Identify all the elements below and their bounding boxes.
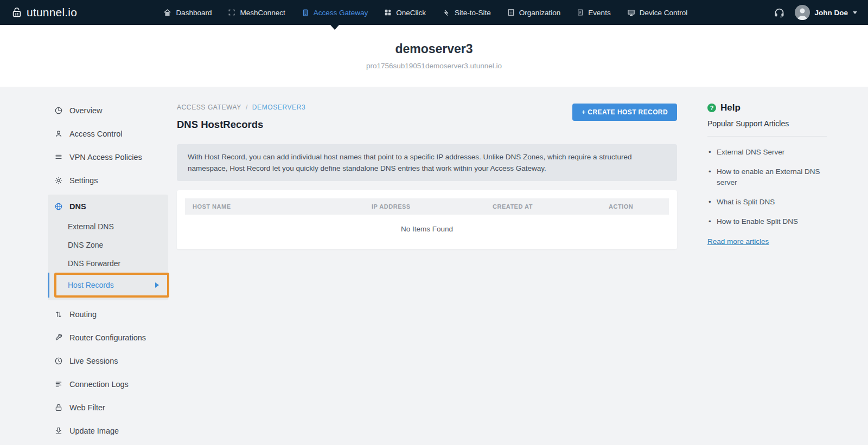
nav-item-organization[interactable]: Organization xyxy=(499,0,569,25)
site-to-site-arrows-icon xyxy=(442,9,450,17)
sidebar-item-label: Web Filter xyxy=(69,403,105,412)
main-content: ACCESS GATEWAY / DEMOSERVER3 DNS HostRec… xyxy=(177,87,677,249)
sidebar-item-label: Connection Logs xyxy=(69,380,129,389)
read-more-articles-link[interactable]: Read more articles xyxy=(707,237,769,246)
download-icon xyxy=(54,427,63,435)
brand-logo[interactable]: utunnel.io xyxy=(11,6,77,19)
help-panel: ? Help Popular Support Articles External… xyxy=(707,87,827,246)
sidebar-dns-group: DNS External DNS DNS Zone DNS Forwarder … xyxy=(48,195,168,300)
events-list-icon xyxy=(577,9,584,16)
sidebar-item-label: Routing xyxy=(69,310,97,319)
nav-item-label: MeshConnect xyxy=(240,9,285,17)
chevron-down-icon xyxy=(853,11,857,14)
sidebar-item-label: Overview xyxy=(69,106,102,115)
sidebar-item-dns-forwarder[interactable]: DNS Forwarder xyxy=(48,254,168,273)
breadcrumb-access-gateway[interactable]: ACCESS GATEWAY xyxy=(177,104,241,111)
nav-item-label: OneClick xyxy=(396,9,426,17)
user-menu[interactable]: John Doe xyxy=(795,5,857,20)
breadcrumb-demoserver3[interactable]: DEMOSERVER3 xyxy=(252,104,305,111)
mesh-icon xyxy=(228,9,235,16)
help-subtitle: Popular Support Articles xyxy=(707,119,827,128)
sidebar-item-dns[interactable]: DNS xyxy=(48,196,168,217)
create-host-record-button[interactable]: + CREATE HOST RECORD xyxy=(572,104,677,121)
page-body: Overview Access Control VPN Access Polic… xyxy=(0,87,868,442)
lock-logo-icon xyxy=(11,7,23,18)
sidebar-item-external-dns[interactable]: External DNS xyxy=(48,217,168,236)
column-header-created-at: CREATED AT xyxy=(485,198,601,215)
sidebar-item-router-configurations[interactable]: Router Configurations xyxy=(48,326,168,349)
nav-item-access-gateway[interactable]: Access Gateway xyxy=(293,0,376,25)
sidebar-item-label: DNS xyxy=(69,202,86,211)
help-divider xyxy=(707,136,827,137)
host-records-table: HOST NAME IP ADDRESS CREATED AT ACTION N… xyxy=(185,198,669,249)
headset-icon[interactable] xyxy=(774,7,785,18)
sidebar-item-label: Router Configurations xyxy=(69,333,146,342)
list-bars-icon xyxy=(54,153,63,162)
wrench-icon xyxy=(54,333,63,342)
server-title: demoserver3 xyxy=(395,42,473,56)
main-header-left: ACCESS GATEWAY / DEMOSERVER3 DNS HostRec… xyxy=(177,104,305,131)
nav-item-events[interactable]: Events xyxy=(569,0,618,25)
top-navbar: utunnel.io Dashboard MeshConnect Access … xyxy=(0,0,868,25)
breadcrumb: ACCESS GATEWAY / DEMOSERVER3 xyxy=(177,104,305,111)
sidebar-item-label: DNS Forwarder xyxy=(68,259,120,268)
user-name: John Doe xyxy=(814,9,848,17)
nav-item-label: Organization xyxy=(519,9,561,17)
help-title-row: ? Help xyxy=(707,102,827,113)
help-title: Help xyxy=(720,102,741,113)
empty-state-text: No Items Found xyxy=(185,215,669,249)
gateway-icon xyxy=(302,9,309,17)
oneclick-grid-icon xyxy=(384,9,392,16)
nav-item-label: Dashboard xyxy=(176,9,212,17)
sidebar-item-connection-logs[interactable]: Connection Logs xyxy=(48,372,168,396)
page-title: DNS HostRecords xyxy=(177,119,305,131)
sidebar-item-live-sessions[interactable]: Live Sessions xyxy=(48,349,168,372)
avatar xyxy=(795,5,810,20)
sidebar-item-dns-zone[interactable]: DNS Zone xyxy=(48,236,168,254)
sidebar-item-routing[interactable]: Routing xyxy=(48,302,168,326)
nav-item-label: Access Gateway xyxy=(314,9,368,17)
nav-item-oneclick[interactable]: OneClick xyxy=(376,0,434,25)
main-header: ACCESS GATEWAY / DEMOSERVER3 DNS HostRec… xyxy=(177,104,677,131)
avatar-person-icon xyxy=(795,5,810,20)
table-header-row: HOST NAME IP ADDRESS CREATED AT ACTION xyxy=(185,198,669,215)
sidebar-item-host-records[interactable]: Host Records xyxy=(48,273,168,298)
records-card: HOST NAME IP ADDRESS CREATED AT ACTION N… xyxy=(177,190,677,249)
sidebar-item-web-filter[interactable]: Web Filter xyxy=(48,396,168,419)
help-article-enable-split-dns[interactable]: How to Enable Split DNS xyxy=(707,216,827,227)
sidebar: Overview Access Control VPN Access Polic… xyxy=(48,87,168,442)
column-header-ip-address: IP ADDRESS xyxy=(364,198,485,215)
nav-item-device-control[interactable]: Device Control xyxy=(619,0,696,25)
sidebar-item-vpn-access-policies[interactable]: VPN Access Policies xyxy=(48,145,168,169)
breadcrumb-separator: / xyxy=(246,104,248,111)
home-icon xyxy=(163,9,171,17)
sidebar-item-settings[interactable]: Settings xyxy=(48,169,168,192)
routing-arrows-icon xyxy=(54,310,63,319)
building-icon xyxy=(507,9,515,16)
help-article-what-is-split-dns[interactable]: What is Split DNS xyxy=(707,197,827,208)
column-header-host-name: HOST NAME xyxy=(185,198,364,215)
nav-item-label: Events xyxy=(588,9,610,17)
sidebar-item-label: External DNS xyxy=(68,222,114,231)
gear-icon xyxy=(54,176,63,185)
help-article-enable-external-dns[interactable]: How to enable an External DNS server xyxy=(707,166,827,188)
sidebar-item-label: Live Sessions xyxy=(69,357,118,365)
clock-icon xyxy=(54,357,63,365)
nav-item-dashboard[interactable]: Dashboard xyxy=(155,0,220,25)
nav-item-label: Device Control xyxy=(640,9,688,17)
nav-item-meshconnect[interactable]: MeshConnect xyxy=(220,0,293,25)
sidebar-item-update-image[interactable]: Update Image xyxy=(48,419,168,442)
sidebar-item-label: Access Control xyxy=(69,130,123,138)
sidebar-item-access-control[interactable]: Access Control xyxy=(48,122,168,145)
sidebar-item-label: Settings xyxy=(69,176,98,185)
help-article-list: External DNS Server How to enable an Ext… xyxy=(707,147,827,227)
globe-icon xyxy=(54,202,63,211)
sidebar-item-label: Update Image xyxy=(69,427,119,435)
nav-item-site-to-site[interactable]: Site-to-Site xyxy=(434,0,499,25)
nav-right-cluster: John Doe xyxy=(774,5,857,20)
host-record-info-box: With Host Record, you can add individual… xyxy=(177,144,677,181)
sidebar-item-overview[interactable]: Overview xyxy=(48,99,168,122)
sidebar-item-label: Host Records xyxy=(68,281,114,289)
main-nav: Dashboard MeshConnect Access Gateway One… xyxy=(155,0,695,25)
help-article-external-dns-server[interactable]: External DNS Server xyxy=(707,147,827,158)
